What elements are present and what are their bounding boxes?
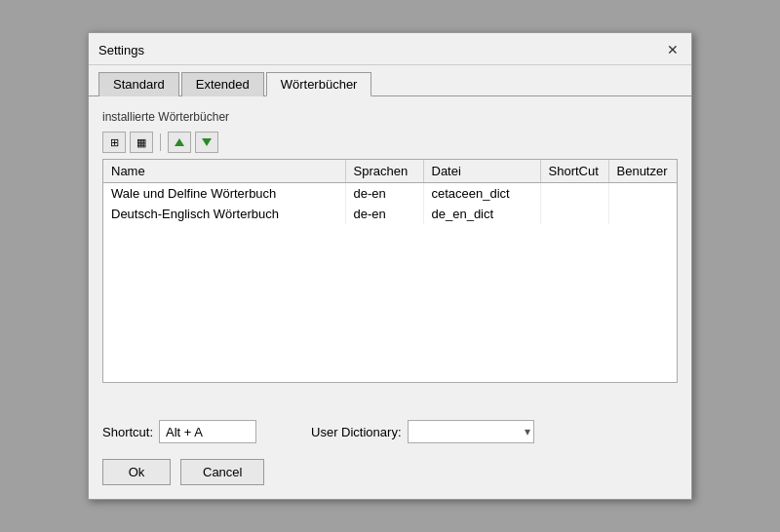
tab-extended[interactable]: Extended bbox=[181, 72, 264, 96]
cell-benutzer bbox=[608, 183, 677, 205]
table-body: Wale und Delfine Wörterbuch de-en cetace… bbox=[103, 183, 677, 225]
settings-dialog: Settings ✕ Standard Extended Wörterbüche… bbox=[88, 32, 692, 500]
bottom-form: Shortcut: User Dictionary: bbox=[89, 410, 691, 453]
cell-name: Wale und Delfine Wörterbuch bbox=[103, 183, 345, 205]
tabs-row: Standard Extended Wörterbücher bbox=[89, 65, 691, 95]
user-dict-group: User Dictionary: bbox=[311, 420, 533, 443]
col-benutzer: Benutzer bbox=[608, 160, 677, 183]
cell-benutzer bbox=[608, 204, 677, 224]
cancel-button[interactable]: Cancel bbox=[180, 459, 264, 485]
table-row[interactable]: Wale und Delfine Wörterbuch de-en cetace… bbox=[103, 183, 677, 205]
title-bar: Settings ✕ bbox=[89, 33, 691, 65]
move-up-button[interactable] bbox=[168, 132, 191, 153]
grid-icon: ⊞ bbox=[110, 136, 119, 149]
user-dict-label: User Dictionary: bbox=[311, 425, 401, 439]
list-icon: ▦ bbox=[136, 136, 146, 149]
content-area: installierte Wörterbücher ⊞ ▦ Name bbox=[89, 95, 691, 410]
cell-shortcut bbox=[540, 183, 608, 205]
shortcut-label: Shortcut: bbox=[102, 425, 153, 439]
cell-datei: cetaceen_dict bbox=[423, 183, 540, 205]
close-button[interactable]: ✕ bbox=[664, 41, 682, 58]
tab-woerterbucher[interactable]: Wörterbücher bbox=[266, 72, 372, 96]
cell-shortcut bbox=[540, 204, 608, 224]
dictionary-table-container: Name Sprachen Datei ShortCut Benutzer Wa… bbox=[102, 159, 678, 383]
toolbar: ⊞ ▦ bbox=[102, 132, 678, 153]
grid-view-button[interactable]: ⊞ bbox=[102, 132, 126, 153]
cell-name: Deutsch-Englisch Wörterbuch bbox=[103, 204, 345, 224]
window-title: Settings bbox=[98, 43, 144, 57]
arrow-down-icon bbox=[202, 138, 212, 146]
cell-datei: de_en_dict bbox=[423, 204, 540, 224]
user-dict-select-wrapper bbox=[408, 420, 534, 443]
table-header: Name Sprachen Datei ShortCut Benutzer bbox=[103, 160, 677, 183]
section-label: installierte Wörterbücher bbox=[102, 110, 678, 124]
arrow-up-icon bbox=[175, 138, 184, 146]
col-name: Name bbox=[103, 160, 345, 183]
move-down-button[interactable] bbox=[195, 132, 218, 153]
cell-sprachen: de-en bbox=[345, 183, 423, 205]
table-row[interactable]: Deutsch-Englisch Wörterbuch de-en de_en_… bbox=[103, 204, 677, 224]
dictionary-table: Name Sprachen Datei ShortCut Benutzer Wa… bbox=[103, 160, 677, 224]
toolbar-separator bbox=[160, 133, 161, 151]
shortcut-input[interactable] bbox=[159, 420, 256, 443]
shortcut-group: Shortcut: bbox=[102, 420, 256, 443]
cell-sprachen: de-en bbox=[345, 204, 423, 224]
col-sprachen: Sprachen bbox=[345, 160, 423, 183]
button-row: Ok Cancel bbox=[89, 453, 691, 499]
col-shortcut: ShortCut bbox=[540, 160, 608, 183]
ok-button[interactable]: Ok bbox=[102, 459, 171, 485]
tab-standard[interactable]: Standard bbox=[98, 72, 179, 96]
col-datei: Datei bbox=[423, 160, 540, 183]
user-dict-select[interactable] bbox=[408, 420, 534, 443]
list-view-button[interactable]: ▦ bbox=[130, 132, 153, 153]
